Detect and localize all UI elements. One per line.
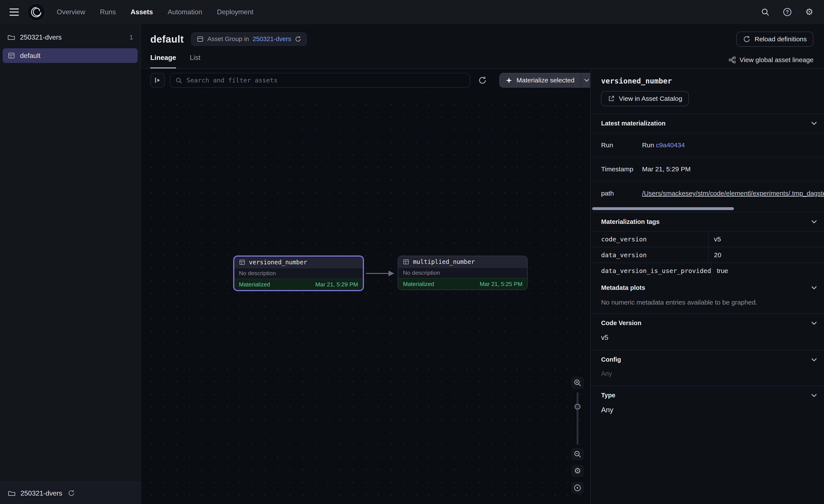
- chevron-down-icon: [811, 220, 817, 224]
- dagster-swirl-icon: [30, 6, 42, 18]
- run-id-link[interactable]: c9a40434: [656, 141, 685, 149]
- panel-horizontal-scrollbar[interactable]: [591, 206, 823, 211]
- panel-asset-title: versioned_number: [601, 77, 813, 85]
- tag-key: data_version: [591, 247, 708, 263]
- asset-node-header: versioned_number: [234, 257, 363, 268]
- asset-table-icon: [239, 259, 245, 265]
- view-global-asset-lineage-link[interactable]: View global asset lineage: [728, 56, 814, 69]
- sidebar-group-label: 250321-dvers: [20, 33, 62, 41]
- app-root: Overview Runs Assets Automation Deployme…: [0, 0, 824, 504]
- nav-item-automation[interactable]: Automation: [168, 8, 202, 16]
- row-key: Run: [601, 141, 642, 149]
- lineage-canvas[interactable]: Materialize selected: [141, 69, 590, 504]
- recenter-icon: [574, 484, 581, 492]
- row-key: Timestamp: [601, 165, 642, 173]
- lineage-edge: [365, 267, 399, 280]
- gear-icon[interactable]: ⚙: [804, 7, 815, 17]
- asset-node-versioned_number[interactable]: versioned_number No description Material…: [233, 256, 364, 291]
- section-metadata-plots[interactable]: Metadata plots: [591, 278, 824, 297]
- section-title: Latest materialization: [601, 120, 665, 127]
- help-icon[interactable]: ?: [782, 7, 793, 17]
- sidebar-footer-location[interactable]: 250321-dvers: [0, 482, 140, 504]
- path-link[interactable]: /Users/smackesey/stm/code/elementl/exper…: [642, 190, 824, 197]
- folder-icon: [7, 33, 15, 41]
- section-type[interactable]: Type: [591, 386, 824, 405]
- zoom-slider-thumb[interactable]: [575, 404, 581, 410]
- external-link-icon: [608, 95, 615, 102]
- section-latest-materialization[interactable]: Latest materialization: [591, 114, 824, 133]
- search-input[interactable]: [186, 77, 465, 84]
- section-code-version[interactable]: Code Version: [591, 313, 824, 333]
- refresh-icon[interactable]: [68, 490, 75, 497]
- sidebar-group-250321-dvers[interactable]: 250321-dvers 1: [0, 29, 140, 45]
- svg-text:?: ?: [786, 9, 789, 15]
- asset-group-icon: [8, 52, 15, 59]
- row-value: Mar 21, 5:29 PM: [642, 165, 824, 173]
- folder-icon: [8, 489, 16, 497]
- panel-toggle-icon: [154, 77, 161, 84]
- zoom-out-button[interactable]: [571, 448, 584, 460]
- asset-node-status: Materialized: [403, 281, 434, 287]
- refresh-icon[interactable]: [295, 36, 301, 42]
- graph-settings-button[interactable]: ⚙: [571, 465, 584, 477]
- tag-value: 20: [708, 247, 824, 263]
- main-area: default Asset Group in 250321-dvers: [141, 24, 824, 504]
- nav-item-assets[interactable]: Assets: [130, 8, 153, 16]
- collapse-panel-button[interactable]: [150, 73, 165, 88]
- metadata-plots-empty-message: No numeric metadata entries available to…: [591, 297, 824, 313]
- view-in-asset-catalog-button[interactable]: View in Asset Catalog: [601, 91, 689, 106]
- sidebar-footer-label: 250321-dvers: [21, 489, 62, 497]
- badge-prefix: Asset Group in: [207, 35, 249, 43]
- dagster-logo[interactable]: [27, 3, 45, 21]
- materialize-dropdown-caret[interactable]: [580, 73, 590, 87]
- asset-node-description: No description: [234, 268, 363, 279]
- row-timestamp: Timestamp Mar 21, 5:29 PM: [591, 157, 824, 181]
- asset-group-badge: Asset Group in 250321-dvers: [191, 32, 307, 46]
- page-title: default: [150, 33, 184, 45]
- asset-node-header: multiplied_number: [398, 256, 527, 268]
- sidebar-item-label: default: [20, 52, 40, 60]
- materialize-selected-label: Materialize selected: [517, 77, 575, 84]
- page-header: default Asset Group in 250321-dvers: [141, 24, 824, 47]
- badge-group-link[interactable]: 250321-dvers: [253, 35, 291, 43]
- sidebar-item-default[interactable]: default: [3, 48, 138, 63]
- section-materialization-tags[interactable]: Materialization tags: [591, 212, 824, 231]
- global-lineage-label: View global asset lineage: [740, 56, 814, 64]
- view-tabs: Lineage List View global asset lineage: [141, 47, 824, 69]
- section-config[interactable]: Config: [591, 350, 824, 369]
- tag-row: data_version_is_user_provided true: [591, 263, 824, 278]
- materialize-selected-button[interactable]: Materialize selected: [499, 73, 590, 88]
- refresh-layout-button[interactable]: [475, 73, 490, 88]
- top-nav: Overview Runs Assets Automation Deployme…: [0, 0, 824, 24]
- scrollbar-thumb[interactable]: [592, 207, 734, 210]
- tag-row: data_version 20: [591, 247, 824, 263]
- zoom-controls: ⚙: [571, 376, 584, 494]
- reload-definitions-label: Reload definitions: [754, 35, 807, 43]
- search-icon[interactable]: [760, 7, 770, 17]
- asset-groups-sidebar: 250321-dvers 1 default 250321-dvers: [0, 24, 141, 504]
- sidebar-group-count: 1: [129, 34, 133, 41]
- zoom-in-icon: [574, 379, 581, 387]
- tab-lineage[interactable]: Lineage: [150, 54, 176, 69]
- row-value: Run c9a40434: [642, 141, 824, 149]
- nav-item-overview[interactable]: Overview: [57, 8, 85, 16]
- section-title: Type: [601, 392, 615, 399]
- hamburger-menu-icon[interactable]: [9, 8, 19, 16]
- asset-node-description: No description: [398, 268, 527, 278]
- reload-definitions-button[interactable]: Reload definitions: [736, 31, 814, 47]
- row-run: Run Run c9a40434: [591, 133, 824, 157]
- zoom-in-button[interactable]: [571, 376, 584, 389]
- zoom-slider[interactable]: [571, 392, 584, 445]
- recenter-view-button[interactable]: [571, 482, 584, 494]
- nav-item-deployment[interactable]: Deployment: [217, 8, 253, 16]
- tab-list[interactable]: List: [190, 54, 200, 69]
- chevron-down-icon: [811, 358, 817, 361]
- nav-item-runs[interactable]: Runs: [100, 8, 116, 16]
- asset-node-multiplied_number[interactable]: multiplied_number No description Materia…: [398, 256, 528, 290]
- lineage-toolbar: Materialize selected: [150, 73, 584, 88]
- chevron-down-icon: [811, 394, 817, 397]
- asset-node-title: multiplied_number: [413, 258, 475, 265]
- reload-icon: [743, 35, 750, 43]
- materialize-sparkle-icon: [506, 77, 512, 84]
- asset-node-status-row: Materialized Mar 21, 5:29 PM: [234, 279, 363, 290]
